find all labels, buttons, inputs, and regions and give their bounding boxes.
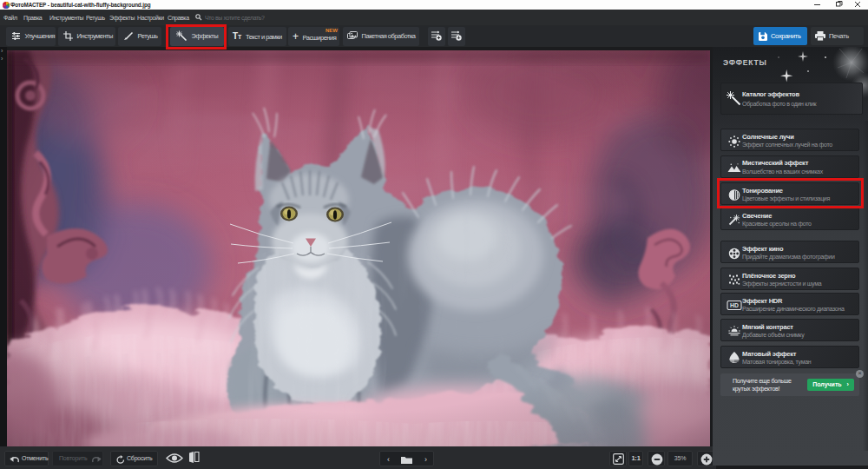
svg-text:HD: HD [730,302,739,308]
